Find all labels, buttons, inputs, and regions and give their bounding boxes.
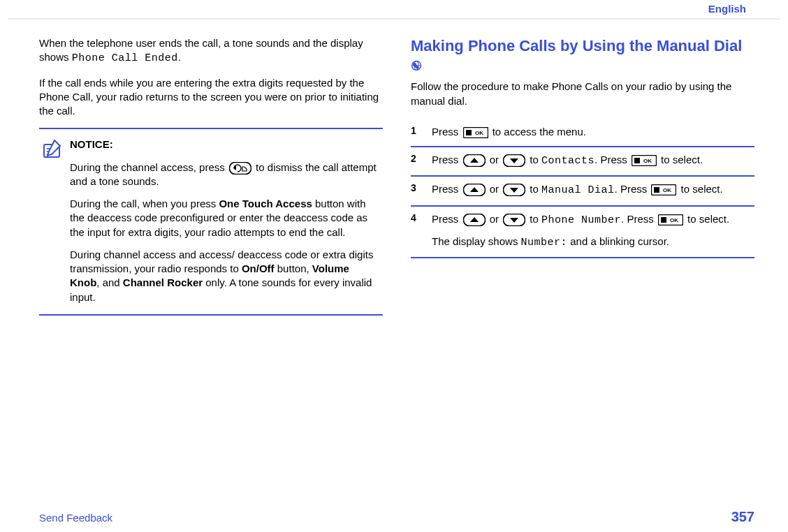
display-text-phone-call-ended: Phone Call Ended <box>72 52 178 64</box>
down-key-icon <box>502 184 527 196</box>
step-subtext: The display shows Number: and a blinking… <box>432 235 754 250</box>
step-text: Press to access the menu. <box>432 125 754 139</box>
bold-on-off: On/Off <box>242 263 275 274</box>
step-2: 2 Press or to Contacts. Press to select. <box>411 147 754 177</box>
step-number: 1 <box>411 125 422 139</box>
text: Press <box>432 183 462 195</box>
heading-text: Making Phone Calls by Using the Manual D… <box>411 37 742 54</box>
text: or <box>487 183 502 195</box>
phone-globe-icon <box>411 57 422 76</box>
step-body: Press or to Manual Dial. Press to select… <box>432 182 754 198</box>
bold-one-touch-access: One Touch Access <box>219 198 312 209</box>
up-key-icon <box>462 214 487 226</box>
section-subtext: Follow the procedure to make Phone Calls… <box>411 80 754 108</box>
step-number: 2 <box>411 153 422 168</box>
text: button, <box>275 263 312 274</box>
down-key-icon <box>502 214 527 226</box>
ok-key-icon <box>630 155 658 166</box>
notice-icon <box>42 139 63 162</box>
text: and a blinking cursor. <box>567 235 669 247</box>
step-body: Press or to Contacts. Press to select. <box>432 153 754 168</box>
step-3: 3 Press or to Manual Dial. Press to sele… <box>411 177 754 206</box>
text: Press <box>432 154 462 165</box>
step-number: 3 <box>411 182 422 198</box>
notice-p2: During the call, when you press One Touc… <box>70 197 380 239</box>
notice-title: NOTICE: <box>70 138 380 152</box>
text: , and <box>96 276 123 288</box>
notice-body: NOTICE: During the channel access, press… <box>70 138 380 304</box>
text: or <box>487 154 502 165</box>
text: to <box>527 183 541 195</box>
ok-key-icon <box>657 214 685 226</box>
notice-box: NOTICE: During the channel access, press… <box>39 128 383 316</box>
display-text-contacts: Contacts <box>541 155 594 167</box>
text: to select. <box>658 154 703 165</box>
header-language: English <box>708 3 746 15</box>
step-text: Press or to Contacts. Press to select. <box>432 153 754 168</box>
text: or <box>487 213 502 225</box>
step-number: 4 <box>411 212 422 251</box>
ok-key-icon <box>462 127 490 138</box>
section-heading: Making Phone Calls by Using the Manual D… <box>411 36 754 75</box>
text: . Press <box>615 183 650 195</box>
display-text-manual-dial: Manual Dial <box>541 184 615 196</box>
paragraph-extra-digits: If the call ends while you are entering … <box>39 76 383 119</box>
step-body: Press to access the menu. <box>432 125 754 139</box>
text: . <box>178 51 181 63</box>
notice-p1: During the channel access, press to dism… <box>70 161 380 189</box>
up-key-icon <box>462 154 487 167</box>
ok-key-icon <box>650 184 678 195</box>
right-column: Making Phone Calls by Using the Manual D… <box>411 36 754 316</box>
text: During the call, when you press <box>70 198 219 209</box>
down-key-icon <box>502 154 527 167</box>
display-text-phone-number: Phone Number <box>541 214 621 226</box>
text: During the channel access, press <box>70 161 228 173</box>
paragraph-call-ended: When the telephone user ends the call, a… <box>39 36 383 66</box>
text: to select. <box>678 183 722 195</box>
back-home-key-icon <box>228 162 253 175</box>
text: . Press <box>594 154 630 165</box>
steps-list: 1 Press to access the menu. 2 Press or t… <box>411 119 754 258</box>
text: to <box>527 154 541 165</box>
text: Press <box>432 126 462 138</box>
text: The display shows <box>432 235 521 247</box>
left-column: When the telephone user ends the call, a… <box>39 36 383 316</box>
step-text: Press or to Phone Number. Press to selec… <box>432 212 754 228</box>
step-1: 1 Press to access the menu. <box>411 119 754 147</box>
text: to select. <box>685 213 729 225</box>
text: to <box>527 213 541 225</box>
notice-p3: During channel access and access/ deacce… <box>70 248 380 304</box>
text: Press <box>432 213 462 225</box>
text: to access the menu. <box>490 126 586 138</box>
display-text-number: Number: <box>521 237 568 249</box>
step-text: Press or to Manual Dial. Press to select… <box>432 182 754 198</box>
bold-channel-rocker: Channel Rocker <box>123 276 203 288</box>
header-bar: English <box>8 0 780 20</box>
step-body: Press or to Phone Number. Press to selec… <box>432 212 754 251</box>
text: . Press <box>621 213 657 225</box>
page-number: 357 <box>731 509 754 525</box>
step-4: 4 Press or to Phone Number. Press to sel… <box>411 207 754 259</box>
footer: Send Feedback 357 <box>39 509 754 525</box>
page-body: When the telephone user ends the call, a… <box>0 20 788 316</box>
send-feedback-link[interactable]: Send Feedback <box>39 512 112 524</box>
up-key-icon <box>462 184 487 196</box>
